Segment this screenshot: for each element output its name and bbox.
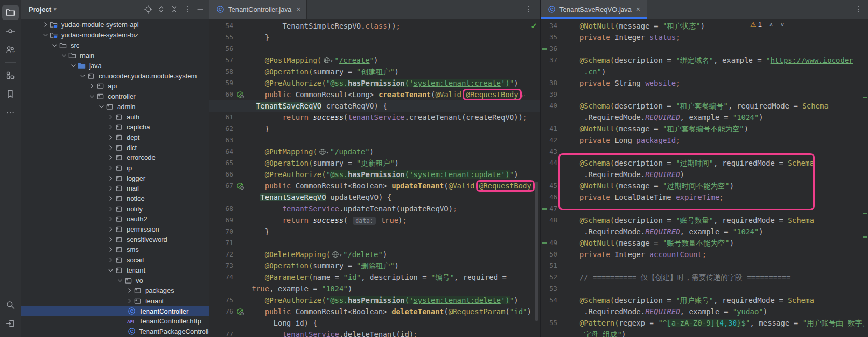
tree-item-notify[interactable]: notify — [21, 204, 209, 214]
chevron-right-icon[interactable] — [106, 246, 115, 253]
bookmarks-icon[interactable] — [2, 86, 19, 102]
close-icon[interactable]: × — [636, 5, 640, 14]
tree-item-sensitiveword[interactable]: sensitiveword — [21, 234, 209, 245]
hide-panel-icon[interactable] — [195, 5, 205, 14]
line-number: 45 — [541, 180, 557, 192]
chevron-right-icon[interactable] — [106, 165, 115, 171]
code-token: , required = — [454, 273, 507, 281]
search-icon[interactable] — [2, 297, 19, 313]
tree-item-yudao-module-system-api[interactable]: yudao-module-system-api — [21, 20, 209, 30]
code-text: @Schema(description = "绑定域名", example = … — [562, 55, 868, 66]
tree-item-permission[interactable]: permission — [21, 224, 209, 235]
tree-item-errorcode[interactable]: errorcode — [21, 153, 209, 163]
chevron-right-icon[interactable] — [41, 21, 49, 28]
tree-item-admin[interactable]: admin — [21, 102, 209, 112]
chevron-right-icon[interactable] — [125, 298, 133, 304]
tree-item-captcha[interactable]: captcha — [21, 122, 209, 132]
tree-item-socail[interactable]: socail — [21, 255, 209, 265]
tree-item-packages[interactable]: packages — [21, 286, 209, 296]
globe-icon[interactable]: ▾ — [323, 55, 333, 66]
more-tools-icon[interactable] — [2, 105, 19, 120]
project-icon[interactable] — [2, 5, 19, 20]
api-gutter-icon[interactable] — [233, 306, 247, 317]
chevron-right-icon[interactable] — [106, 226, 115, 233]
tree-item-dept[interactable]: dept — [21, 132, 209, 143]
code-token: ; — [453, 205, 457, 213]
inspections-widget[interactable]: ⚠1 ∧ ∨ — [750, 21, 785, 29]
tab-tenantcontroller[interactable]: C TenantController.java × — [209, 0, 307, 19]
tree-item-src[interactable]: src — [21, 40, 209, 50]
chevron-right-icon[interactable] — [106, 195, 115, 202]
tab-options-kebab-icon[interactable] — [855, 0, 863, 19]
tree-item-controller[interactable]: controller — [21, 91, 209, 102]
chevron-down-icon[interactable] — [69, 62, 77, 69]
pull-requests-icon[interactable]: ? — [2, 42, 19, 58]
options-kebab-icon[interactable] — [183, 5, 192, 14]
close-icon[interactable]: × — [296, 5, 300, 14]
tab-tenantsavereqvo[interactable]: C TenantSaveReqVO.java × — [541, 0, 647, 19]
globe-icon[interactable]: ▾ — [319, 146, 329, 157]
chevron-right-icon[interactable] — [106, 185, 115, 192]
dock-panel-icon[interactable] — [2, 316, 19, 331]
api-gutter-icon[interactable] — [233, 89, 247, 100]
tree-item-oauth2[interactable]: oauth2 — [21, 214, 209, 224]
code-token: description = — [614, 102, 676, 110]
chevron-down-icon[interactable] — [116, 277, 124, 284]
editor-scrollbar-thumb[interactable] — [535, 182, 538, 321]
tree-item-mail[interactable]: mail — [21, 183, 209, 194]
chevron-right-icon[interactable] — [106, 206, 115, 212]
tree-item-auth[interactable]: auth — [21, 112, 209, 122]
tree-item-api[interactable]: api — [21, 81, 209, 91]
chevron-right-icon[interactable] — [106, 144, 115, 151]
tree-item-tenantcontroller[interactable]: CTenantController — [21, 306, 209, 316]
tree-item-tenantpackagecontroller[interactable]: CTenantPackageController — [21, 327, 209, 337]
chevron-right-icon[interactable] — [106, 236, 115, 243]
chevron-down-icon[interactable] — [97, 103, 105, 110]
chevron-right-icon[interactable] — [106, 154, 115, 161]
tree-item-tenant[interactable]: tenant — [21, 296, 209, 306]
collapse-all-icon[interactable] — [170, 5, 179, 14]
chevron-down-icon[interactable] — [60, 52, 68, 59]
chevron-right-icon[interactable] — [106, 134, 115, 141]
chevron-right-icon[interactable] — [106, 124, 115, 130]
code-text: // ========== 仅【创建】时，需要传递的字段 ========== — [562, 272, 868, 283]
structure-icon[interactable] — [2, 68, 19, 83]
tree-item-vo[interactable]: vo — [21, 275, 209, 286]
tree-item-dict[interactable]: dict — [21, 142, 209, 153]
chevron-right-icon[interactable] — [106, 257, 115, 263]
right-code-editor[interactable]: 34 @NotNull(message = "租户状态")35 private … — [541, 19, 868, 337]
chevron-right-icon[interactable] — [106, 175, 115, 182]
tree-item-main[interactable]: main — [21, 50, 209, 61]
commit-icon[interactable] — [2, 23, 19, 39]
tree-item-java[interactable]: java — [21, 61, 209, 71]
locate-file-icon[interactable] — [144, 5, 153, 14]
middle-code-editor[interactable]: 54 TenantSimpleRespVO.class));55 }5657 @… — [209, 19, 540, 337]
project-title[interactable]: Project ▾ — [29, 6, 57, 14]
chevron-down-icon[interactable] — [50, 42, 59, 49]
previous-problem-icon[interactable]: ∧ — [769, 21, 773, 28]
tree-item-tenant[interactable]: tenant — [21, 265, 209, 276]
chevron-right-icon[interactable] — [88, 83, 96, 89]
tree-item-ip[interactable]: ip — [21, 163, 209, 173]
chevron-down-icon[interactable] — [41, 32, 49, 38]
tab-options-kebab-icon[interactable] — [525, 0, 533, 19]
next-problem-icon[interactable]: ∨ — [780, 21, 785, 28]
tree-item-logger[interactable]: logger — [21, 173, 209, 183]
chevron-down-icon[interactable] — [88, 93, 96, 100]
chevron-down-icon[interactable] — [78, 73, 87, 79]
chevron-right-icon[interactable] — [106, 215, 115, 222]
tree-item-cn-iocoder-yudao-module-system[interactable]: cn.iocoder.yudao.module.system — [21, 71, 209, 81]
expand-all-icon[interactable] — [157, 5, 166, 14]
chevron-right-icon[interactable] — [125, 287, 133, 294]
tree-item-sms[interactable]: sms — [21, 245, 209, 255]
inspections-ok-icon[interactable]: ✓ — [530, 21, 537, 31]
line-number: 62 — [209, 123, 233, 134]
chevron-down-icon[interactable] — [106, 267, 115, 274]
globe-icon[interactable]: ▾ — [332, 249, 342, 260]
line-number: 59 — [209, 77, 233, 89]
api-gutter-icon[interactable] — [233, 180, 247, 192]
tree-item-yudao-module-system-biz[interactable]: yudao-module-system-biz — [21, 30, 209, 41]
tree-item-tenantcontroller-http[interactable]: APITenantController.http — [21, 316, 209, 327]
chevron-right-icon[interactable] — [106, 114, 115, 120]
tree-item-notice[interactable]: notice — [21, 194, 209, 204]
